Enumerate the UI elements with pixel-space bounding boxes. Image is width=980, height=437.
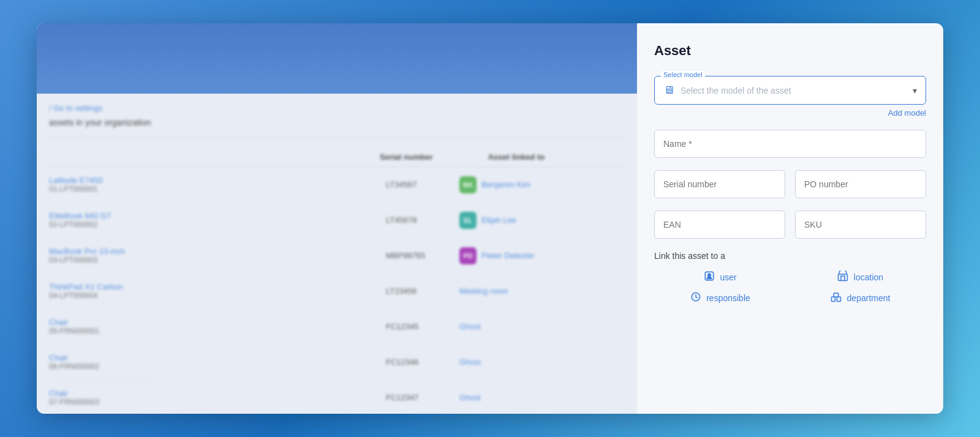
table-header: Serial number Asset linked to (49, 148, 625, 167)
asset-info: Chair 06-FRN000002 (49, 353, 172, 371)
linked-name: Ghost (459, 322, 481, 331)
serial-po-row (654, 170, 926, 198)
linked-to: Ghost (459, 357, 481, 367)
left-panel-header (37, 23, 637, 94)
link-options: user location (654, 271, 926, 305)
table-row[interactable]: Latitude E7450 01-LPT000001 LT34567 BK B… (49, 167, 625, 203)
linked-to: BK Benjamin Kim (459, 176, 530, 193)
table-row[interactable]: MacBook Pro 13-inch 03-LPT000003 MBP9876… (49, 238, 625, 274)
select-placeholder: Select the model of the asset (680, 86, 913, 95)
avatar: BK (459, 176, 477, 193)
select-model-group: Select model 🖥 Select the model of the a… (654, 76, 926, 118)
asset-id: 03-LPT000003 (49, 256, 172, 264)
link-location-option[interactable]: location (794, 271, 926, 284)
linked-to: Ghost (459, 322, 481, 331)
asset-info: Chair 05-FRN000001 (49, 318, 172, 335)
nav-link[interactable]: / Go to settings (49, 103, 625, 113)
asset-id: 06-FRN000002 (49, 362, 172, 371)
dropdown-arrow-icon: ▾ (913, 86, 917, 95)
table-row[interactable]: ThinkPad X1 Carbon 04-LPT000004 LT23456 … (49, 274, 625, 309)
ean-sku-row (654, 211, 926, 239)
link-user-label: user (720, 272, 736, 282)
po-number-input[interactable] (795, 170, 926, 198)
asset-id: 02-LPT000002 (49, 220, 172, 229)
link-location-label: location (854, 272, 883, 282)
user-icon (704, 271, 715, 284)
name-input[interactable] (654, 130, 926, 158)
col-linked-header: Asset linked to (488, 152, 545, 162)
add-model-button[interactable]: Add model (888, 108, 926, 118)
select-model-dropdown[interactable]: Select model 🖥 Select the model of the a… (654, 76, 926, 105)
serial-number: FC12345 (386, 322, 447, 331)
location-icon (837, 271, 849, 284)
svg-rect-4 (831, 297, 835, 302)
asset-name: Chair (49, 318, 172, 327)
asset-name: Chair (49, 353, 172, 362)
linked-name: Pieter Detester (481, 251, 535, 260)
linked-name: Elijah Lee (481, 215, 516, 225)
link-department-label: department (847, 293, 891, 303)
linked-to: Ghost (459, 393, 481, 402)
name-field-group (654, 130, 926, 158)
link-user-option[interactable]: user (654, 271, 786, 284)
table-row[interactable]: Chair 06-FRN000002 FC12346 Ghost (49, 345, 625, 380)
table-row[interactable]: Chair 05-FRN000001 FC12345 Ghost (49, 309, 625, 345)
linked-name: Meeting room (459, 286, 508, 296)
serial-number: LT23456 (386, 286, 447, 296)
avatar: EL (459, 212, 477, 229)
asset-id: 01-LPT000001 (49, 185, 172, 193)
linked-name: Ghost (459, 393, 481, 402)
svg-rect-2 (838, 274, 847, 281)
svg-rect-5 (837, 297, 840, 302)
left-panel: / Go to settings assets in your organiza… (37, 23, 637, 414)
asset-name: Chair (49, 389, 172, 398)
linked-to: EL Elijah Lee (459, 212, 516, 229)
table-row[interactable]: EliteBook 840 G7 02-LPT000002 LT45678 EL… (49, 203, 625, 238)
asset-info: MacBook Pro 13-inch 03-LPT000003 (49, 247, 172, 264)
link-department-option[interactable]: department (794, 291, 926, 305)
asset-info: ThinkPad X1 Carbon 04-LPT000004 (49, 282, 172, 300)
select-model-label: Select model (661, 71, 705, 78)
asset-name: Latitude E7450 (49, 176, 172, 185)
svg-rect-6 (834, 293, 839, 297)
asset-info: Chair 07-FRN000003 (49, 389, 172, 406)
asset-info: Latitude E7450 01-LPT000001 (49, 176, 172, 193)
avatar: PD (459, 247, 477, 264)
page-subtitle: assets in your organization (49, 118, 625, 127)
link-section-label: Link this asset to a (654, 251, 926, 261)
serial-number: LT34567 (386, 180, 447, 189)
asset-name: EliteBook 840 G7 (49, 211, 172, 220)
right-panel: Asset Select model 🖥 Select the model of… (637, 23, 943, 414)
sku-input[interactable] (795, 211, 926, 239)
link-responsible-option[interactable]: responsible (654, 291, 786, 305)
serial-number: FC12347 (386, 393, 447, 402)
add-model-link: Add model (654, 108, 926, 118)
serial-number: LT45678 (386, 215, 447, 225)
department-icon (830, 291, 842, 305)
serial-number-input[interactable] (654, 170, 785, 198)
left-panel-content: / Go to settings assets in your organiza… (37, 94, 637, 414)
svg-point-1 (708, 274, 711, 277)
asset-info: EliteBook 840 G7 02-LPT000002 (49, 211, 172, 229)
ean-input[interactable] (654, 211, 785, 239)
serial-number: MBP98765 (386, 251, 447, 260)
asset-name: ThinkPad X1 Carbon (49, 282, 172, 291)
serial-number: FC12346 (386, 357, 447, 367)
linked-name: Benjamin Kim (481, 180, 530, 189)
panel-title: Asset (654, 43, 926, 59)
linked-name: Ghost (459, 357, 481, 367)
asset-id: 04-LPT000004 (49, 291, 172, 300)
divider (49, 137, 625, 138)
responsible-icon (690, 291, 701, 305)
table-row[interactable]: Chair 07-FRN000003 FC12347 Ghost (49, 380, 625, 414)
col-serial-header: Serial number (380, 152, 433, 162)
main-container: / Go to settings assets in your organiza… (37, 23, 943, 414)
linked-to: PD Pieter Detester (459, 247, 535, 264)
link-responsible-label: responsible (706, 293, 750, 303)
linked-to: Meeting room (459, 286, 508, 296)
monitor-icon: 🖥 (663, 84, 674, 97)
asset-id: 07-FRN000003 (49, 398, 172, 406)
asset-name: MacBook Pro 13-inch (49, 247, 172, 256)
asset-id: 05-FRN000001 (49, 327, 172, 335)
